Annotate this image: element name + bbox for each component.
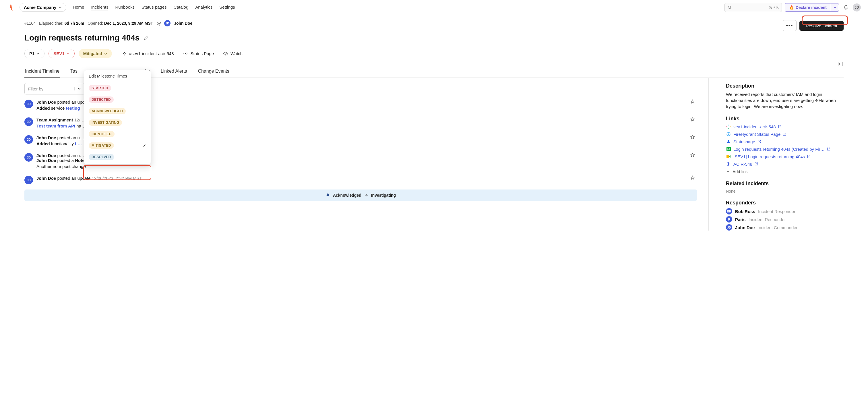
entry-avatar: JD <box>24 153 33 162</box>
chevron-down-icon <box>59 6 62 9</box>
svg-rect-13 <box>728 128 729 128</box>
svg-point-15 <box>728 134 729 135</box>
tab-linked-alerts[interactable]: Linked Alerts <box>160 66 188 78</box>
panel-right-icon <box>837 61 844 67</box>
more-actions-button[interactable]: ••• <box>783 20 797 31</box>
external-link[interactable]: sev1-incident-acir-548 <box>726 124 844 129</box>
pd-icon: pd <box>726 146 731 152</box>
milestone-option-acknowledged[interactable]: ACKNOWLEDGED <box>84 105 151 117</box>
external-link[interactable]: pdLogin requests returning 404s (Created… <box>726 146 844 152</box>
milestone-dropdown: Edit Milestone Times STARTEDDETECTEDACKN… <box>84 70 151 164</box>
declare-incident-caret[interactable] <box>831 3 839 12</box>
milestone-option-investigating[interactable]: INVESTIGATING <box>84 117 151 128</box>
short-icon <box>726 162 731 167</box>
company-name: Acme Company <box>24 5 56 10</box>
svg-rect-12 <box>730 126 731 127</box>
status-pill[interactable]: Mitigated <box>79 49 112 58</box>
chevron-down-icon <box>104 52 107 55</box>
svg-rect-2 <box>123 53 124 54</box>
status-page-link[interactable]: Status Page <box>183 51 214 56</box>
slack-icon <box>726 124 731 129</box>
incident-title: Login requests returning 404s <box>24 33 140 42</box>
bell-icon <box>843 5 849 10</box>
side-panel-toggle[interactable] <box>837 61 844 67</box>
tab-incident-timeline[interactable]: Incident Timeline <box>24 66 60 78</box>
resolve-incident-button[interactable]: Resolve incident <box>799 21 844 31</box>
severity-pill[interactable]: SEV1 <box>49 49 74 58</box>
external-link[interactable]: Statuspage <box>726 139 844 144</box>
chevron-down-icon <box>36 52 40 55</box>
milestone-badge: IDENTIFIED <box>89 131 115 137</box>
declare-incident-button[interactable]: 🔥 Declare incident <box>785 3 831 12</box>
watch-button[interactable]: Watch <box>223 51 243 56</box>
links-title: Links <box>726 116 844 122</box>
star-button[interactable] <box>690 152 695 157</box>
details-column: Description We received reports that cus… <box>726 78 844 231</box>
atl-icon <box>726 139 731 144</box>
svg-point-0 <box>728 6 731 8</box>
responder-avatar: P <box>726 216 732 223</box>
incident-title-row: Login requests returning 404s <box>24 33 844 42</box>
responder-row: PParisIncident Responder <box>726 216 844 223</box>
responder-name: Paris <box>735 217 746 222</box>
company-dropdown[interactable]: Acme Company <box>20 3 66 12</box>
star-button[interactable] <box>690 99 695 104</box>
nav-analytics[interactable]: Analytics <box>195 3 212 11</box>
tab-tasks[interactable]: Tas <box>70 66 78 78</box>
edit-title-button[interactable] <box>144 35 149 40</box>
svg-rect-3 <box>124 52 125 53</box>
filter-by-input[interactable]: Filter by <box>24 83 85 94</box>
nav-home[interactable]: Home <box>73 3 84 11</box>
milestone-badge: ACKNOWLEDGED <box>89 108 126 114</box>
broadcast-icon <box>183 51 188 56</box>
description-body: We received reports that customers' IAM … <box>726 91 844 109</box>
svg-rect-16 <box>726 155 730 158</box>
tab-change-events[interactable]: Change Events <box>197 66 229 78</box>
responder-avatar: BR <box>726 208 732 214</box>
logo <box>7 3 15 11</box>
external-link[interactable]: FireHydrant Status Page <box>726 131 844 137</box>
milestone-option-resolved[interactable]: RESOLVED <box>84 151 151 163</box>
timeline-entry: JDJohn Doe posted an update 12/06/2023, … <box>24 172 697 188</box>
milestone-option-identified[interactable]: IDENTIFIED <box>84 128 151 140</box>
priority-pill[interactable]: P1 <box>24 49 44 58</box>
edit-milestone-times[interactable]: Edit Milestone Times <box>84 70 151 82</box>
star-button[interactable] <box>690 135 695 140</box>
filter-placeholder: Filter by <box>28 86 43 91</box>
external-link[interactable]: ACIR-548 <box>726 162 844 167</box>
star-button[interactable] <box>690 175 695 180</box>
entry-avatar: JD <box>24 135 33 144</box>
nav-runbooks[interactable]: Runbooks <box>115 3 135 11</box>
add-link-button[interactable]: ＋ Add link <box>726 169 844 174</box>
milestone-option-detected[interactable]: DETECTED <box>84 94 151 105</box>
related-incidents-none: None <box>726 189 844 194</box>
external-link-icon <box>755 162 758 166</box>
svg-rect-5 <box>124 55 125 55</box>
milestone-option-mitigated[interactable]: MITIGATED <box>84 140 151 151</box>
nav-settings[interactable]: Settings <box>219 3 235 11</box>
user-avatar[interactable]: JD <box>853 3 861 11</box>
milestone-option-started[interactable]: STARTED <box>84 82 151 94</box>
eye-icon <box>223 51 228 56</box>
slack-channel-link[interactable]: #sev1-incident-acir-548 <box>122 51 174 56</box>
svg-point-7 <box>225 53 226 54</box>
search-input[interactable]: ⌘ + K <box>724 3 782 12</box>
nav-status-pages[interactable]: Status pages <box>142 3 167 11</box>
author-avatar: JD <box>164 20 170 26</box>
notifications-button[interactable] <box>843 5 849 10</box>
nav-catalog[interactable]: Catalog <box>174 3 189 11</box>
chevron-down-icon <box>66 52 70 55</box>
declare-incident-group: 🔥 Declare incident <box>785 3 839 12</box>
star-button[interactable] <box>690 117 695 122</box>
svg-rect-11 <box>728 125 729 125</box>
chips-row: P1 SEV1 Mitigated #sev1-incident-acir-54… <box>24 49 844 58</box>
nav-incidents[interactable]: Incidents <box>91 3 108 11</box>
by-label: by <box>156 21 161 26</box>
arrow-right-icon <box>364 193 368 197</box>
milestone-badge: STARTED <box>89 85 111 91</box>
top-actions: ••• Resolve incident <box>783 20 844 31</box>
fire-icon: 🔥 <box>789 5 794 10</box>
external-link[interactable]: [SEV1] Login requests returning 404s <box>726 154 844 159</box>
responder-role: Incident Responder <box>758 209 795 214</box>
fh-icon <box>726 131 731 137</box>
